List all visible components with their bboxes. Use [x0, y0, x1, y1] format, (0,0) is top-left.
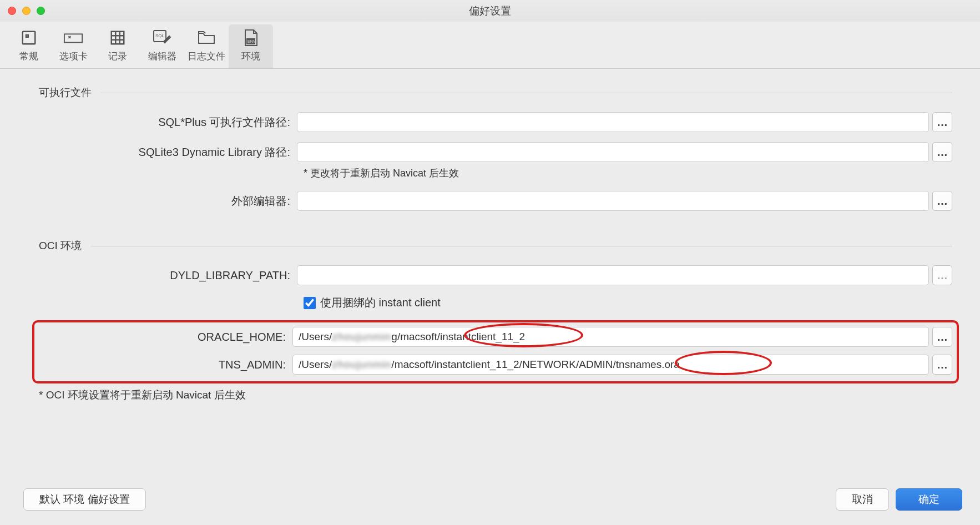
oci-hint: * OCI 环境设置将于重新启动 Navicat 后生效 — [39, 388, 952, 402]
tab-logfiles[interactable]: 日志文件 — [184, 24, 229, 68]
tns-admin-label: TNS_ADMIN: — [39, 359, 292, 371]
cancel-button[interactable]: 取消 — [836, 488, 889, 511]
tab-environment[interactable]: ENV 环境 — [229, 24, 273, 68]
annotation-ellipse-icon — [675, 351, 772, 375]
tab-label: 选项卡 — [59, 50, 88, 63]
sqlplus-input[interactable] — [297, 112, 929, 132]
tab-records[interactable]: 记录 — [95, 24, 140, 68]
sqlplus-label: SQL*Plus 可执行文件路径: — [39, 115, 297, 130]
tab-label: 日志文件 — [188, 50, 225, 63]
env-icon: ENV — [241, 29, 261, 47]
sql-edit-icon: SQL — [152, 29, 172, 47]
svg-rect-2 — [64, 34, 82, 42]
divider — [100, 93, 952, 93]
svg-rect-1 — [26, 35, 28, 37]
tab-label: 环境 — [241, 50, 260, 63]
titlebar: 偏好设置 — [0, 0, 980, 22]
sqlite-input[interactable] — [297, 142, 929, 162]
tab-label: 常规 — [19, 50, 38, 63]
dyld-label: DYLD_LIBRARY_PATH: — [39, 269, 297, 282]
content-area: 可执行文件 SQL*Plus 可执行文件路径: … SQLite3 Dynami… — [0, 69, 980, 478]
svg-text:ENV: ENV — [247, 39, 256, 43]
section-title: 可执行文件 — [39, 85, 92, 100]
external-editor-browse-button[interactable]: … — [932, 191, 952, 211]
tns-admin-browse-button[interactable]: … — [932, 355, 952, 375]
divider — [90, 246, 952, 246]
external-editor-label: 外部编辑器: — [39, 194, 297, 209]
row-tns-admin: TNS_ADMIN: /Users/zhoujunmin/macsoft/ins… — [39, 355, 952, 375]
grid-icon — [108, 29, 128, 47]
oracle-home-browse-button[interactable]: … — [932, 327, 952, 347]
section-oci-header: OCI 环境 — [39, 239, 952, 253]
tns-admin-input[interactable]: /Users/zhoujunmin/macsoft/instantclient_… — [292, 355, 929, 375]
row-external-editor: 外部编辑器: … — [39, 191, 952, 211]
square-icon — [19, 29, 39, 47]
tab-label: 编辑器 — [148, 50, 176, 63]
dyld-input — [297, 265, 929, 285]
ok-button[interactable]: 确定 — [896, 488, 962, 511]
maximize-window-button[interactable] — [37, 7, 45, 15]
oracle-home-label: ORACLE_HOME: — [39, 331, 292, 344]
folder-icon — [196, 29, 216, 47]
svg-rect-5 — [112, 32, 124, 44]
dyld-browse-button: … — [932, 265, 952, 285]
external-editor-input[interactable] — [297, 191, 929, 211]
row-oracle-home: ORACLE_HOME: /Users/zhoujunming/macsoft/… — [39, 327, 952, 347]
close-window-button[interactable] — [8, 7, 16, 15]
row-sqlplus-path: SQL*Plus 可执行文件路径: … — [39, 112, 952, 132]
oracle-home-input[interactable]: /Users/zhoujunming/macsoft/instantclient… — [292, 327, 929, 347]
minimize-window-button[interactable] — [22, 7, 31, 15]
section-title: OCI 环境 — [39, 239, 82, 253]
sqlite-label: SQLite3 Dynamic Library 路径: — [39, 145, 297, 160]
svg-text:SQL: SQL — [155, 33, 165, 38]
tab-editor[interactable]: SQL 编辑器 — [140, 24, 184, 68]
tab-icon — [63, 29, 83, 47]
tab-general[interactable]: 常规 — [7, 24, 51, 68]
section-executables-header: 可执行文件 — [39, 85, 952, 100]
preferences-toolbar: 常规 选项卡 记录 SQL 编辑器 日志文件 — [0, 22, 980, 69]
annotation-highlight-box: ORACLE_HOME: /Users/zhoujunming/macsoft/… — [32, 320, 959, 383]
window-title: 偏好设置 — [0, 4, 980, 18]
tab-label: 记录 — [108, 50, 127, 63]
row-dyld-path: DYLD_LIBRARY_PATH: … — [39, 265, 952, 285]
default-preferences-button[interactable]: 默认 环境 偏好设置 — [23, 488, 146, 511]
footer: 默认 环境 偏好设置 取消 确定 — [0, 478, 980, 525]
use-bundled-label: 使用捆绑的 instant client — [320, 295, 441, 310]
tab-tabs[interactable]: 选项卡 — [51, 24, 95, 68]
row-sqlite-path: SQLite3 Dynamic Library 路径: … — [39, 142, 952, 162]
window-controls — [8, 7, 45, 15]
use-bundled-checkbox[interactable] — [304, 297, 316, 309]
preferences-window: 偏好设置 常规 选项卡 记录 SQL 编辑器 — [0, 0, 980, 525]
sqlite-hint: * 更改将于重新启动 Navicat 后生效 — [304, 166, 952, 180]
sqlite-browse-button[interactable]: … — [932, 142, 952, 162]
sqlplus-browse-button[interactable]: … — [932, 112, 952, 132]
row-use-bundled-client: 使用捆绑的 instant client — [304, 295, 952, 310]
